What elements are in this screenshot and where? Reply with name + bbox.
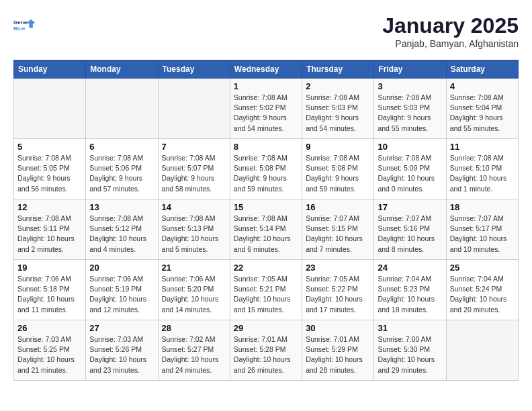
calendar-cell	[158, 79, 230, 139]
day-info: Sunrise: 7:08 AMSunset: 5:14 PMDaylight:…	[234, 214, 298, 255]
day-info: Sunrise: 7:08 AMSunset: 5:07 PMDaylight:…	[162, 153, 226, 194]
calendar-cell: 3Sunrise: 7:08 AMSunset: 5:03 PMDaylight…	[374, 79, 446, 139]
weekday-header-row: SundayMondayTuesdayWednesdayThursdayFrid…	[14, 60, 519, 79]
day-number: 4	[450, 81, 515, 91]
weekday-header-thursday: Thursday	[302, 60, 374, 79]
day-number: 28	[162, 323, 226, 333]
calendar-cell: 10Sunrise: 7:08 AMSunset: 5:09 PMDayligh…	[374, 139, 446, 199]
calendar-cell: 21Sunrise: 7:06 AMSunset: 5:20 PMDayligh…	[158, 260, 230, 320]
day-info: Sunrise: 7:08 AMSunset: 5:03 PMDaylight:…	[306, 93, 370, 134]
day-info: Sunrise: 7:05 AMSunset: 5:21 PMDaylight:…	[234, 274, 298, 315]
calendar-week-row: 26Sunrise: 7:03 AMSunset: 5:25 PMDayligh…	[14, 320, 519, 381]
day-info: Sunrise: 7:06 AMSunset: 5:20 PMDaylight:…	[162, 274, 226, 315]
day-info: Sunrise: 7:08 AMSunset: 5:11 PMDaylight:…	[17, 214, 82, 255]
day-number: 21	[162, 263, 226, 273]
day-info: Sunrise: 7:03 AMSunset: 5:25 PMDaylight:…	[17, 334, 82, 375]
day-number: 26	[17, 323, 82, 333]
day-number: 12	[17, 202, 82, 212]
calendar-cell: 28Sunrise: 7:02 AMSunset: 5:27 PMDayligh…	[158, 320, 230, 381]
day-info: Sunrise: 7:08 AMSunset: 5:10 PMDaylight:…	[450, 153, 515, 194]
day-info: Sunrise: 7:03 AMSunset: 5:26 PMDaylight:…	[89, 334, 154, 375]
calendar-cell: 6Sunrise: 7:08 AMSunset: 5:06 PMDaylight…	[86, 139, 158, 199]
calendar-subtitle: Panjab, Bamyan, Afghanistan	[382, 38, 519, 49]
calendar-cell	[446, 320, 518, 381]
weekday-header-wednesday: Wednesday	[230, 60, 302, 79]
day-info: Sunrise: 7:07 AMSunset: 5:17 PMDaylight:…	[450, 214, 515, 255]
calendar-cell	[14, 79, 86, 139]
calendar-title: January 2025	[382, 13, 519, 38]
day-number: 11	[450, 142, 515, 152]
day-number: 14	[162, 202, 226, 212]
day-info: Sunrise: 7:05 AMSunset: 5:22 PMDaylight:…	[306, 274, 370, 315]
day-info: Sunrise: 7:07 AMSunset: 5:16 PMDaylight:…	[378, 214, 442, 255]
day-info: Sunrise: 7:08 AMSunset: 5:02 PMDaylight:…	[234, 93, 298, 134]
day-number: 19	[17, 263, 82, 273]
calendar-week-row: 5Sunrise: 7:08 AMSunset: 5:05 PMDaylight…	[14, 139, 519, 199]
day-number: 31	[378, 323, 442, 333]
day-info: Sunrise: 7:06 AMSunset: 5:19 PMDaylight:…	[89, 274, 154, 315]
weekday-header-friday: Friday	[374, 60, 446, 79]
weekday-header-monday: Monday	[86, 60, 158, 79]
calendar-cell: 26Sunrise: 7:03 AMSunset: 5:25 PMDayligh…	[14, 320, 86, 381]
calendar-cell: 12Sunrise: 7:08 AMSunset: 5:11 PMDayligh…	[14, 199, 86, 260]
day-number: 7	[162, 142, 226, 152]
calendar-cell: 2Sunrise: 7:08 AMSunset: 5:03 PMDaylight…	[302, 79, 374, 139]
calendar-cell: 11Sunrise: 7:08 AMSunset: 5:10 PMDayligh…	[446, 139, 518, 199]
day-number: 30	[306, 323, 370, 333]
calendar-cell: 20Sunrise: 7:06 AMSunset: 5:19 PMDayligh…	[86, 260, 158, 320]
weekday-header-saturday: Saturday	[446, 60, 518, 79]
day-info: Sunrise: 7:04 AMSunset: 5:23 PMDaylight:…	[378, 274, 442, 315]
day-info: Sunrise: 7:08 AMSunset: 5:05 PMDaylight:…	[17, 153, 82, 194]
calendar-cell: 8Sunrise: 7:08 AMSunset: 5:08 PMDaylight…	[230, 139, 302, 199]
day-info: Sunrise: 7:06 AMSunset: 5:18 PMDaylight:…	[17, 274, 82, 315]
calendar-week-row: 19Sunrise: 7:06 AMSunset: 5:18 PMDayligh…	[14, 260, 519, 320]
day-number: 16	[306, 202, 370, 212]
logo-icon: GeneralBlue	[13, 13, 38, 38]
day-number: 2	[306, 81, 370, 91]
calendar-cell: 1Sunrise: 7:08 AMSunset: 5:02 PMDaylight…	[230, 79, 302, 139]
calendar-cell: 16Sunrise: 7:07 AMSunset: 5:15 PMDayligh…	[302, 199, 374, 260]
calendar-cell: 29Sunrise: 7:01 AMSunset: 5:28 PMDayligh…	[230, 320, 302, 381]
day-number: 5	[17, 142, 82, 152]
calendar-week-row: 12Sunrise: 7:08 AMSunset: 5:11 PMDayligh…	[14, 199, 519, 260]
calendar-cell: 5Sunrise: 7:08 AMSunset: 5:05 PMDaylight…	[14, 139, 86, 199]
page-header: GeneralBlue General Blue January 2025 Pa…	[13, 13, 519, 49]
calendar-cell: 25Sunrise: 7:04 AMSunset: 5:24 PMDayligh…	[446, 260, 518, 320]
day-number: 3	[378, 81, 442, 91]
day-info: Sunrise: 7:08 AMSunset: 5:13 PMDaylight:…	[162, 214, 226, 255]
calendar-cell: 7Sunrise: 7:08 AMSunset: 5:07 PMDaylight…	[158, 139, 230, 199]
day-info: Sunrise: 7:08 AMSunset: 5:08 PMDaylight:…	[234, 153, 298, 194]
calendar-cell: 24Sunrise: 7:04 AMSunset: 5:23 PMDayligh…	[374, 260, 446, 320]
calendar-cell: 9Sunrise: 7:08 AMSunset: 5:08 PMDaylight…	[302, 139, 374, 199]
day-info: Sunrise: 7:08 AMSunset: 5:06 PMDaylight:…	[89, 153, 154, 194]
day-number: 22	[234, 263, 298, 273]
day-info: Sunrise: 7:01 AMSunset: 5:29 PMDaylight:…	[306, 334, 370, 375]
day-number: 25	[450, 263, 515, 273]
svg-text:Blue: Blue	[13, 26, 26, 32]
day-info: Sunrise: 7:08 AMSunset: 5:04 PMDaylight:…	[450, 93, 515, 134]
day-number: 29	[234, 323, 298, 333]
day-number: 8	[234, 142, 298, 152]
calendar-table: SundayMondayTuesdayWednesdayThursdayFrid…	[13, 60, 519, 381]
title-block: January 2025 Panjab, Bamyan, Afghanistan	[382, 13, 519, 49]
day-number: 10	[378, 142, 442, 152]
day-number: 27	[89, 323, 154, 333]
calendar-cell: 19Sunrise: 7:06 AMSunset: 5:18 PMDayligh…	[14, 260, 86, 320]
calendar-cell: 22Sunrise: 7:05 AMSunset: 5:21 PMDayligh…	[230, 260, 302, 320]
day-number: 15	[234, 202, 298, 212]
calendar-cell	[86, 79, 158, 139]
day-info: Sunrise: 7:08 AMSunset: 5:03 PMDaylight:…	[378, 93, 442, 134]
day-number: 13	[89, 202, 154, 212]
calendar-cell: 23Sunrise: 7:05 AMSunset: 5:22 PMDayligh…	[302, 260, 374, 320]
calendar-cell: 30Sunrise: 7:01 AMSunset: 5:29 PMDayligh…	[302, 320, 374, 381]
weekday-header-tuesday: Tuesday	[158, 60, 230, 79]
calendar-cell: 13Sunrise: 7:08 AMSunset: 5:12 PMDayligh…	[86, 199, 158, 260]
calendar-cell: 4Sunrise: 7:08 AMSunset: 5:04 PMDaylight…	[446, 79, 518, 139]
day-info: Sunrise: 7:02 AMSunset: 5:27 PMDaylight:…	[162, 334, 226, 375]
day-info: Sunrise: 7:07 AMSunset: 5:15 PMDaylight:…	[306, 214, 370, 255]
day-number: 18	[450, 202, 515, 212]
calendar-cell: 17Sunrise: 7:07 AMSunset: 5:16 PMDayligh…	[374, 199, 446, 260]
calendar-cell: 31Sunrise: 7:00 AMSunset: 5:30 PMDayligh…	[374, 320, 446, 381]
calendar-cell: 18Sunrise: 7:07 AMSunset: 5:17 PMDayligh…	[446, 199, 518, 260]
day-number: 1	[234, 81, 298, 91]
